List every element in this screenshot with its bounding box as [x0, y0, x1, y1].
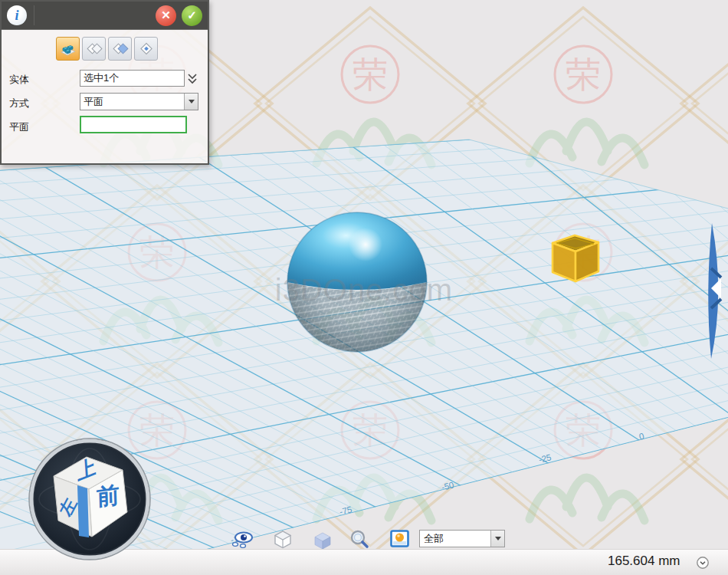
info-icon[interactable]: i: [7, 5, 27, 25]
filter-vertices-button[interactable]: [134, 37, 158, 61]
filter-edges-button[interactable]: [108, 37, 132, 61]
entity-expand-chevron[interactable]: [185, 72, 199, 85]
titlebar-divider: [34, 5, 34, 25]
method-dropdown-button[interactable]: [184, 94, 198, 110]
method-value: 平面: [80, 95, 184, 109]
filter-faces-button[interactable]: [82, 37, 106, 61]
solids-stack-icon: [59, 40, 77, 58]
entity-input[interactable]: [80, 70, 185, 87]
filter-solids-button[interactable]: [56, 37, 80, 61]
plane-input[interactable]: [80, 116, 187, 133]
diamond-center-dot-icon: [137, 40, 156, 58]
navigation-view-cube[interactable]: 上 左 前: [29, 439, 150, 560]
chevron-down-icon: [189, 100, 195, 104]
method-dropdown[interactable]: 平面: [80, 93, 198, 110]
diamond-pair-blue-icon: [111, 40, 130, 58]
entity-label: 实体: [9, 73, 29, 87]
method-label: 方式: [9, 97, 29, 110]
viewcube-edge-highlight[interactable]: [77, 485, 89, 537]
app-canvas: 荣荣荣荣荣荣荣荣荣 0-25-50-75-100 i3DOne.com: [0, 0, 728, 575]
viewcube-front-face[interactable]: 前: [97, 481, 120, 510]
plane-label: 平面: [9, 120, 29, 134]
selection-filter-toolbar: [56, 37, 158, 61]
confirm-button[interactable]: ✓: [182, 5, 202, 26]
two-diamonds-icon: [85, 40, 103, 58]
cancel-button[interactable]: ✕: [156, 5, 176, 26]
dialog-titlebar: i ✕ ✓: [2, 2, 208, 30]
properties-dialog: i ✕ ✓: [0, 0, 209, 165]
